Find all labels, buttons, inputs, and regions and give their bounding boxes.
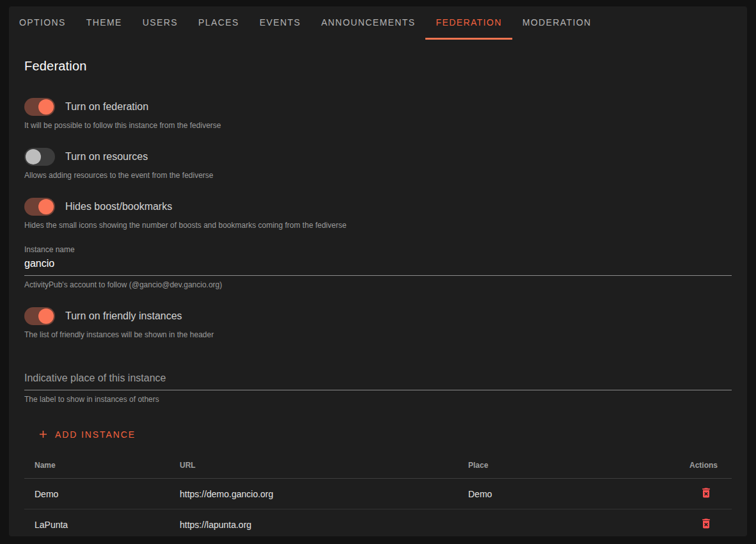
instance-name-cell: Demo — [24, 489, 169, 499]
table-row: LaPunta https://lapunta.org — [24, 509, 732, 536]
toggle-thumb — [26, 149, 41, 164]
col-header-place: Place — [458, 461, 672, 470]
col-header-url: URL — [169, 461, 458, 470]
toggle-thumb — [38, 308, 54, 324]
instance-name-input[interactable] — [24, 254, 732, 276]
federation-toggle-hint: It will be possible to follow this insta… — [24, 121, 732, 130]
page-title: Federation — [24, 59, 732, 74]
friendly-instances-toggle[interactable] — [24, 307, 55, 325]
add-instance-button-label: ADD INSTANCE — [55, 429, 136, 440]
instance-name-label: Instance name — [24, 245, 732, 254]
resources-toggle[interactable] — [24, 148, 55, 166]
toggle-thumb — [38, 199, 54, 214]
tab-options[interactable]: OPTIONS — [9, 6, 76, 40]
admin-panel-card: OPTIONS THEME USERS PLACES EVENTS ANNOUN… — [9, 6, 747, 536]
boost-bookmarks-toggle-hint: Hides the small icons showing the number… — [24, 221, 732, 230]
col-header-name: Name — [24, 461, 169, 470]
setting-instance-name: Instance name ActivityPub's account to f… — [24, 245, 732, 289]
admin-tabbar: OPTIONS THEME USERS PLACES EVENTS ANNOUN… — [9, 6, 747, 40]
instance-url-cell: https://lapunta.org — [169, 520, 458, 530]
instance-place-input[interactable] — [24, 369, 732, 390]
resources-toggle-label: Turn on resources — [65, 151, 148, 163]
setting-friendly-instances: Turn on friendly instances The list of f… — [24, 307, 732, 339]
tab-users[interactable]: USERS — [132, 6, 188, 40]
friendly-instances-toggle-hint: The list of friendly instances will be s… — [24, 330, 732, 339]
instance-place-cell: Demo — [458, 489, 672, 499]
setting-federation: Turn on federation It will be possible t… — [24, 98, 732, 130]
instance-place-hint: The label to show in instances of others — [24, 395, 732, 404]
table-header-row: Name URL Place Actions — [24, 452, 732, 479]
trash-x-icon — [700, 517, 713, 532]
delete-instance-button[interactable] — [695, 483, 718, 506]
tab-moderation[interactable]: MODERATION — [512, 6, 602, 40]
setting-instance-place: The label to show in instances of others — [24, 369, 732, 404]
plus-icon — [37, 428, 49, 440]
table-row: Demo https://demo.gancio.org Demo — [24, 479, 732, 509]
boost-bookmarks-toggle[interactable] — [24, 198, 55, 216]
tab-events[interactable]: EVENTS — [249, 6, 311, 40]
setting-boost-bookmarks: Hides boost/bookmarks Hides the small ic… — [24, 198, 732, 230]
instance-name-hint: ActivityPub's account to follow (@gancio… — [24, 280, 732, 289]
toggle-thumb — [38, 99, 54, 115]
instance-url-cell: https://demo.gancio.org — [169, 489, 458, 499]
tab-places[interactable]: PLACES — [188, 6, 249, 40]
tab-announcements[interactable]: ANNOUNCEMENTS — [311, 6, 425, 40]
federation-toggle[interactable] — [24, 98, 55, 116]
tab-federation[interactable]: FEDERATION — [425, 6, 512, 40]
trash-x-icon — [700, 486, 713, 501]
setting-resources: Turn on resources Allows adding resource… — [24, 148, 732, 180]
instance-name-cell: LaPunta — [24, 520, 169, 530]
delete-instance-button[interactable] — [695, 513, 718, 536]
boost-bookmarks-toggle-label: Hides boost/bookmarks — [65, 201, 172, 212]
instances-table: Name URL Place Actions Demo https://demo… — [24, 452, 732, 536]
col-header-actions: Actions — [672, 461, 732, 470]
add-instance-button[interactable]: ADD INSTANCE — [37, 428, 136, 440]
federation-settings-panel: Federation Turn on federation It will be… — [9, 59, 747, 536]
federation-toggle-label: Turn on federation — [65, 101, 148, 113]
friendly-instances-toggle-label: Turn on friendly instances — [65, 310, 182, 322]
tab-theme[interactable]: THEME — [76, 6, 132, 40]
resources-toggle-hint: Allows adding resources to the event fro… — [24, 171, 732, 180]
